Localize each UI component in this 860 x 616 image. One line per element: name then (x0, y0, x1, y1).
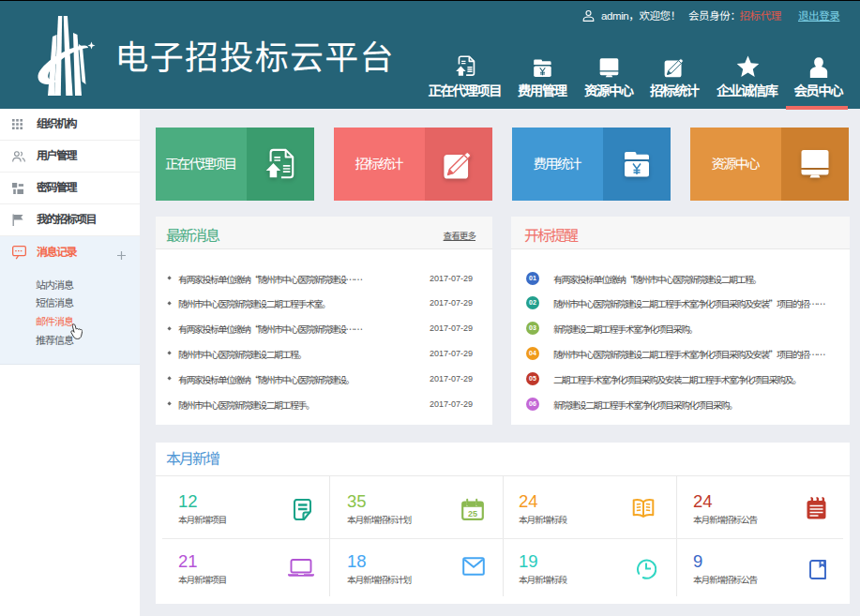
svg-text:25: 25 (468, 509, 477, 518)
